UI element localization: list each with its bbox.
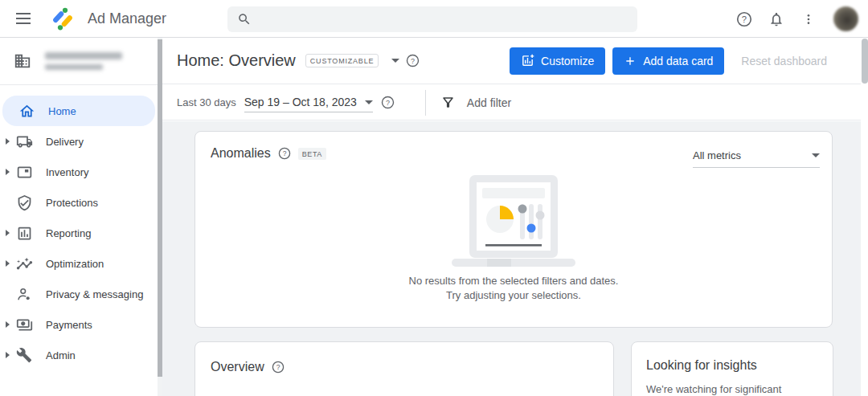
add-data-card-button[interactable]: Add data card xyxy=(612,47,724,75)
dashboard-dropdown-caret-icon[interactable] xyxy=(391,59,399,63)
empty-state-illustration xyxy=(437,174,590,268)
plus-icon xyxy=(624,55,637,67)
svg-text:?: ? xyxy=(411,57,415,65)
expand-caret-icon[interactable] xyxy=(6,352,10,358)
insights-card: Looking for insights We're watching for … xyxy=(631,341,833,396)
truck-icon xyxy=(16,133,33,150)
sidebar: Home Delivery Inventory Protections xyxy=(0,38,158,396)
dashboard-content: Anomalies ? BETA All metrics xyxy=(162,121,868,396)
date-range-value: Sep 19 – Oct 18, 2023 xyxy=(244,96,357,108)
divider xyxy=(425,90,426,116)
anomalies-card: Anomalies ? BETA All metrics xyxy=(194,131,833,328)
dropdown-caret-icon xyxy=(812,153,820,157)
page-scrollbar[interactable] xyxy=(861,38,868,396)
add-filter-button[interactable]: Add filter xyxy=(440,95,511,110)
dropdown-caret-icon xyxy=(365,100,373,104)
expand-caret-icon[interactable] xyxy=(6,321,10,328)
sidebar-item-label: Delivery xyxy=(46,136,84,148)
expand-caret-icon[interactable] xyxy=(6,138,10,145)
account-name-blurred xyxy=(45,52,122,70)
sidebar-item-label: Reporting xyxy=(46,227,91,239)
sidebar-item-label: Payments xyxy=(46,319,92,331)
home-icon xyxy=(18,103,35,120)
sidebar-item-label: Privacy & messaging xyxy=(46,288,143,300)
page-header: Home: Overview CUSTOMIZABLE ? Customize … xyxy=(162,38,868,84)
wrench-icon xyxy=(16,347,33,364)
customizable-badge: CUSTOMIZABLE xyxy=(305,54,379,67)
sidebar-item-label: Home xyxy=(48,105,76,117)
ad-manager-logo-icon xyxy=(51,6,75,31)
shield-check-icon xyxy=(16,194,33,211)
page-scrollbar-thumb[interactable] xyxy=(862,39,868,84)
sidebar-item-home[interactable]: Home xyxy=(2,96,155,126)
sidebar-item-label: Admin xyxy=(46,349,76,361)
expand-caret-icon[interactable] xyxy=(6,230,10,236)
search-icon xyxy=(237,12,252,27)
topbar-actions: ? xyxy=(734,0,858,38)
page-title: Home: Overview xyxy=(177,51,296,70)
svg-text:?: ? xyxy=(386,99,390,107)
sidebar-item-payments[interactable]: Payments xyxy=(0,309,158,340)
notifications-icon[interactable] xyxy=(766,9,787,30)
account-switcher[interactable] xyxy=(0,38,158,84)
customize-chart-icon xyxy=(521,54,534,67)
sidebar-scrollbar[interactable] xyxy=(158,38,162,396)
anomalies-title: Anomalies xyxy=(211,146,271,161)
search-input[interactable] xyxy=(260,13,628,26)
avatar[interactable] xyxy=(833,6,858,31)
date-range-dropdown[interactable]: Sep 19 – Oct 18, 2023 xyxy=(244,96,373,112)
help-icon[interactable]: ? xyxy=(278,147,291,160)
topbar: Ad Manager ? xyxy=(0,0,868,38)
building-icon xyxy=(14,52,31,70)
sidebar-item-inventory[interactable]: Inventory xyxy=(0,157,158,187)
all-metrics-dropdown[interactable]: All metrics xyxy=(693,149,820,168)
beta-badge: BETA xyxy=(298,148,326,160)
date-range-label: Last 30 days xyxy=(177,96,236,108)
bar-chart-icon xyxy=(16,225,33,242)
person-dot-icon xyxy=(16,286,33,303)
customize-button[interactable]: Customize xyxy=(510,47,605,75)
header-actions: Customize Add data card Reset dashboard xyxy=(510,47,833,75)
insights-body: We're watching for significant changes a… xyxy=(646,382,818,396)
help-icon[interactable]: ? xyxy=(734,9,755,30)
insights-icon xyxy=(16,255,33,272)
expand-caret-icon[interactable] xyxy=(6,169,10,175)
sidebar-item-optimization[interactable]: Optimization xyxy=(0,248,158,279)
sidebar-item-admin[interactable]: Admin xyxy=(0,340,158,370)
menu-icon[interactable] xyxy=(14,9,33,28)
insights-title: Looking for insights xyxy=(646,358,818,373)
expand-caret-icon[interactable] xyxy=(6,260,10,267)
sidebar-scrollbar-thumb[interactable] xyxy=(158,39,162,377)
sidebar-item-delivery[interactable]: Delivery xyxy=(0,126,158,157)
overview-card: Overview ? xyxy=(194,341,614,396)
search-bar[interactable] xyxy=(227,6,637,32)
filter-bar: Last 30 days Sep 19 – Oct 18, 2023 ? Add… xyxy=(162,85,868,120)
svg-text:?: ? xyxy=(276,363,280,371)
help-icon[interactable]: ? xyxy=(406,54,420,67)
sidebar-item-reporting[interactable]: Reporting xyxy=(0,218,158,248)
more-vert-icon[interactable] xyxy=(798,9,819,30)
reset-dashboard-button[interactable]: Reset dashboard xyxy=(735,55,833,67)
overview-title: Overview xyxy=(211,360,264,374)
title-group: Home: Overview CUSTOMIZABLE ? xyxy=(177,51,420,70)
inventory-icon xyxy=(16,164,33,181)
svg-text:?: ? xyxy=(282,149,286,157)
help-icon[interactable]: ? xyxy=(381,96,395,109)
banknote-icon xyxy=(16,316,33,333)
svg-text:?: ? xyxy=(742,14,747,24)
sidebar-item-label: Optimization xyxy=(46,258,104,270)
sidebar-item-protections[interactable]: Protections xyxy=(0,187,158,218)
sidebar-nav: Home Delivery Inventory Protections xyxy=(0,85,158,370)
sidebar-item-label: Inventory xyxy=(46,166,88,178)
help-icon[interactable]: ? xyxy=(272,361,285,374)
sidebar-item-privacy-messaging[interactable]: Privacy & messaging xyxy=(0,279,158,309)
sidebar-item-label: Protections xyxy=(46,197,98,209)
empty-state-text: No results from the selected filters and… xyxy=(195,274,832,302)
app-name: Ad Manager xyxy=(88,10,166,27)
filter-icon xyxy=(440,95,456,110)
